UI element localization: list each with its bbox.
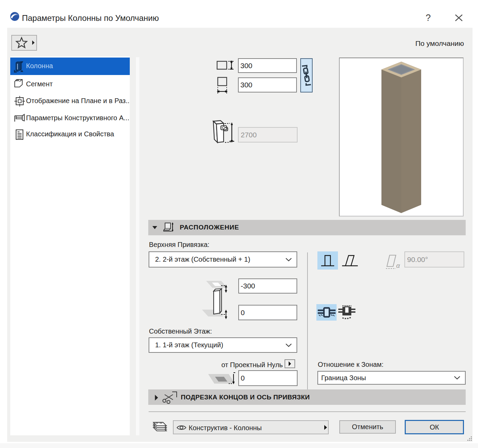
svg-text:α: α [396,262,400,269]
